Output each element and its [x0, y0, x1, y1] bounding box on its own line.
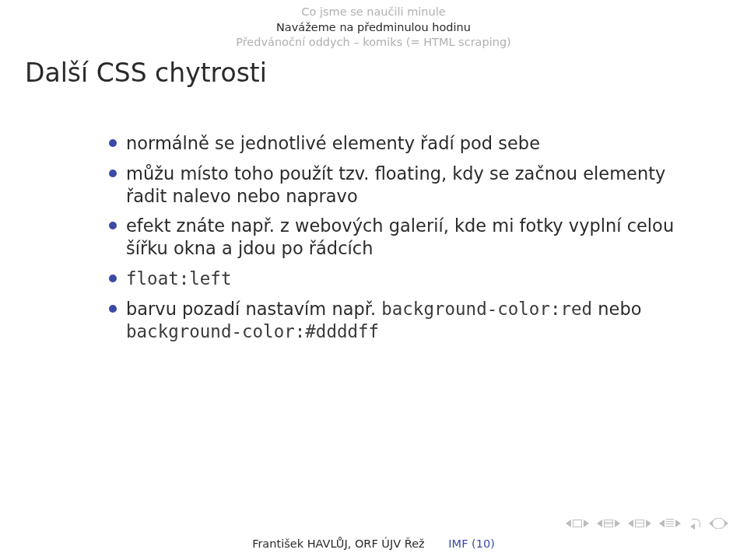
- bullet-5-code-1: background-color:red: [381, 299, 592, 319]
- bullet-5: barvu pozadí nastavím např. background-c…: [109, 298, 677, 343]
- frame-icon: [573, 520, 582, 527]
- breadcrumb-line-1[interactable]: Co jsme se naučili minule: [0, 5, 747, 20]
- search-cycle-icon[interactable]: [709, 518, 728, 529]
- bullet-3: efekt znáte např. z webových galerií, kd…: [109, 215, 677, 260]
- bullet-2: můžu místo toho použít tzv. floating, kd…: [109, 163, 677, 208]
- bullet-1: normálně se jednotlivé elementy řadí pod…: [109, 132, 677, 155]
- bullet-4: float:left: [109, 268, 677, 290]
- nav-group-subsection: [628, 520, 651, 527]
- breadcrumb: Co jsme se naučili minule Navážeme na př…: [0, 5, 747, 51]
- nav-group-frame: [566, 520, 589, 527]
- subsection-next-icon[interactable]: [646, 520, 651, 527]
- footer: František HAVLŮJ, ORF ÚJV Řež IMF (10): [0, 537, 747, 550]
- section-icon: [604, 520, 613, 527]
- nav-toolbar: [566, 518, 728, 529]
- subsection-icon: [635, 520, 644, 527]
- slide-prev-icon[interactable]: [659, 520, 665, 527]
- bullet-4-code: float:left: [126, 268, 231, 289]
- frame-prev-icon[interactable]: [566, 520, 571, 527]
- subsection-prev-icon[interactable]: [628, 520, 633, 527]
- bullet-2-text: můžu místo toho použít tzv. floating, kd…: [126, 163, 665, 206]
- bullet-1-text: normálně se jednotlivé elementy řadí pod…: [126, 133, 540, 153]
- back-icon[interactable]: [689, 519, 701, 528]
- nav-group-section: [597, 520, 620, 527]
- content-body: normálně se jednotlivé elementy řadí pod…: [109, 132, 677, 350]
- bullet-5-text-a: barvu pozadí nastavím např.: [126, 299, 381, 319]
- bullet-5-text-b: nebo: [592, 299, 641, 319]
- section-next-icon[interactable]: [615, 520, 620, 527]
- bullet-5-code-2: background-color:#ddddff: [126, 321, 379, 341]
- breadcrumb-line-3[interactable]: Předvánoční oddych – komiks (= HTML scra…: [0, 35, 747, 51]
- slide-root: Co jsme se naučili minule Navážeme na př…: [0, 0, 747, 560]
- footer-course: IMF (10): [448, 537, 495, 550]
- frame-next-icon[interactable]: [584, 520, 589, 527]
- page-title: Další CSS chytrosti: [25, 58, 267, 88]
- slide-icon: [666, 519, 674, 528]
- slide-next-icon[interactable]: [675, 520, 681, 527]
- bullet-3-text: efekt znáte např. z webových galerií, kd…: [126, 215, 674, 258]
- breadcrumb-line-2[interactable]: Navážeme na předminulou hodinu: [0, 20, 747, 36]
- nav-group-slide: [659, 519, 681, 528]
- footer-author: František HAVLŮJ, ORF ÚJV Řež: [252, 537, 425, 550]
- section-prev-icon[interactable]: [597, 520, 602, 527]
